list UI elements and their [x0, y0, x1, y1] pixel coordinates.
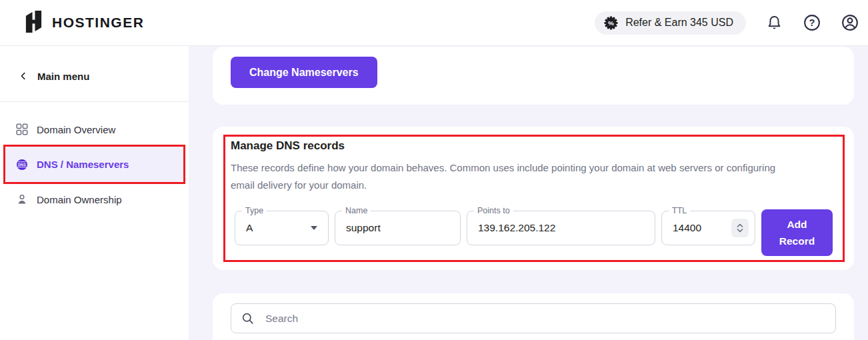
add-record-form: Type A Name Points to TTL — [235, 211, 836, 256]
sidebar: Main menu Domain Overview — [0, 46, 189, 340]
hostinger-h-mark-icon — [24, 10, 43, 36]
chevron-down-icon — [311, 226, 317, 230]
add-record-button[interactable]: Add Record — [761, 209, 833, 256]
active-item-wrapper: DNS DNS / Nameservers — [5, 147, 183, 182]
svg-text:DNS: DNS — [18, 162, 26, 166]
grid-icon — [16, 123, 28, 135]
sidebar-item-label: DNS / Nameservers — [37, 159, 129, 170]
app-window: HOSTINGER % Refer & Ea — [0, 0, 868, 340]
record-type-select[interactable]: Type A — [235, 211, 329, 245]
name-input[interactable] — [335, 211, 460, 245]
ttl-field-label: TTL — [669, 205, 690, 216]
sidebar-nav: Domain Overview DNS DNS / Nameservers — [0, 102, 189, 214]
chevron-left-icon — [19, 71, 28, 81]
sidebar-item-domain-ownership[interactable]: Domain Ownership — [5, 185, 183, 214]
sidebar-item-label: Domain Overview — [37, 124, 115, 135]
back-label: Main menu — [37, 71, 89, 82]
svg-text:%: % — [608, 19, 614, 27]
person-icon — [16, 193, 28, 205]
change-nameservers-button[interactable]: Change Nameservers — [231, 57, 377, 88]
points-to-field-label: Points to — [474, 205, 513, 216]
manage-dns-card: Manage DNS records These records define … — [213, 127, 854, 270]
description-line: email delivery for your domain. — [231, 177, 836, 194]
type-selected-value: A — [246, 222, 253, 234]
top-header: HOSTINGER % Refer & Ea — [0, 0, 868, 46]
header-actions: % Refer & Earn 345 USD ? — [595, 11, 860, 35]
dns-card-content: Manage DNS records These records define … — [213, 127, 854, 256]
search-icon — [241, 312, 255, 325]
record-name-field: Name — [335, 211, 461, 245]
sidebar-item-label: Domain Ownership — [37, 194, 122, 205]
brand-name: HOSTINGER — [52, 15, 144, 31]
sidebar-item-domain-overview[interactable]: Domain Overview — [5, 115, 183, 144]
record-ttl-field: TTL — [661, 211, 755, 245]
hostinger-logo[interactable]: HOSTINGER — [24, 10, 144, 36]
notifications-bell-icon[interactable] — [764, 13, 784, 33]
nameservers-card: Change Nameservers — [213, 47, 854, 105]
dns-card-title: Manage DNS records — [231, 139, 836, 153]
refer-earn-label: Refer & Earn 345 USD — [625, 17, 733, 29]
type-field-label: Type — [242, 205, 267, 216]
name-field-label: Name — [342, 205, 371, 216]
profile-account-icon[interactable] — [840, 13, 860, 33]
record-points-to-field: Points to — [467, 211, 655, 245]
points-to-input[interactable] — [467, 211, 655, 245]
percent-badge-icon: % — [604, 16, 618, 30]
dns-card-description: These records define how your domain beh… — [231, 159, 836, 194]
dns-globe-icon: DNS — [16, 159, 28, 171]
ttl-stepper[interactable] — [731, 219, 749, 237]
search-input[interactable] — [264, 312, 825, 325]
description-line: These records define how your domain beh… — [231, 159, 836, 177]
refer-earn-button[interactable]: % Refer & Earn 345 USD — [595, 11, 746, 35]
back-to-main-menu[interactable]: Main menu — [19, 64, 189, 88]
sidebar-item-dns-nameservers[interactable]: DNS DNS / Nameservers — [5, 147, 183, 182]
help-icon[interactable]: ? — [802, 13, 822, 33]
search-box — [231, 303, 836, 333]
svg-text:?: ? — [809, 17, 815, 28]
records-search-card — [213, 293, 854, 340]
